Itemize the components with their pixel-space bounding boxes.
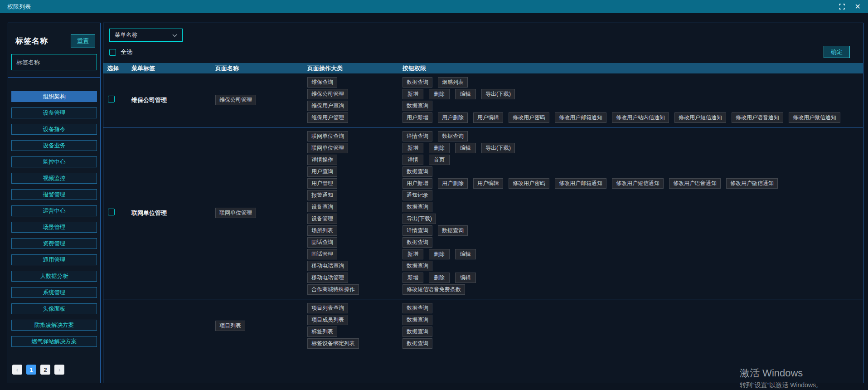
page-operation-button[interactable]: 标签设备绑定列表 [307, 338, 359, 349]
permission-button[interactable]: 修改用户微信通知 [726, 178, 778, 189]
sidebar-tag-item[interactable]: 组织架构 [11, 91, 97, 102]
page-name-button[interactable]: 项目列表 [215, 321, 245, 331]
permission-button[interactable]: 详情查询 [402, 225, 432, 236]
permission-button[interactable]: 用户删除 [438, 178, 468, 189]
permission-button[interactable]: 删除 [429, 89, 450, 99]
sidebar-tag-item[interactable]: 头像面板 [11, 303, 97, 314]
page-operation-button[interactable]: 移动电话管理 [307, 273, 348, 283]
permission-button[interactable]: 数据查询 [402, 261, 432, 271]
permission-button[interactable]: 删除 [429, 143, 450, 153]
permission-button[interactable]: 新增 [402, 249, 423, 259]
page-operation-button[interactable]: 合作商城特殊操作 [307, 284, 359, 295]
page-name-button[interactable]: 维保公司管理 [215, 95, 256, 105]
page-operation-button[interactable]: 维保用户管理 [307, 112, 348, 123]
permission-button[interactable]: 导出(下载) [481, 89, 515, 99]
permission-button[interactable]: 烟感列表 [438, 77, 468, 88]
permission-button[interactable]: 修改用户密码 [509, 112, 549, 123]
permission-button[interactable]: 修改用户邮箱通知 [555, 178, 606, 189]
sidebar-tag-item[interactable]: 场景管理 [11, 222, 97, 233]
permission-button[interactable]: 新增 [402, 143, 423, 153]
permission-button[interactable]: 编辑 [455, 273, 476, 283]
permission-button[interactable]: 导出(下载) [402, 214, 436, 224]
sidebar-tag-item[interactable]: 燃气驿站解决方案 [11, 336, 97, 347]
permission-button[interactable]: 修改用户语音通知 [732, 112, 783, 123]
permission-button[interactable]: 用户新增 [402, 112, 432, 123]
close-icon[interactable]: ✕ [855, 3, 861, 10]
prev-page-button[interactable]: ‹ [12, 365, 22, 375]
page-number-button[interactable]: 1 [26, 365, 36, 375]
sidebar-tag-item[interactable]: 视频监控 [11, 173, 97, 184]
permission-button[interactable]: 编辑 [455, 89, 476, 99]
page-operation-button[interactable]: 联网单位管理 [307, 143, 348, 153]
page-operation-button[interactable]: 用户管理 [307, 178, 337, 189]
page-operation-button[interactable]: 维保用户查询 [307, 101, 348, 111]
page-operation-button[interactable]: 固话查询 [307, 237, 337, 248]
sidebar-tag-item[interactable]: 监控中心 [11, 156, 97, 167]
permission-button[interactable]: 数据查询 [438, 225, 468, 236]
permission-button[interactable]: 数据查询 [402, 101, 432, 111]
page-operation-button[interactable]: 报警通知 [307, 190, 337, 200]
permission-button[interactable]: 修改用户短信通知 [612, 178, 664, 189]
permission-button[interactable]: 删除 [429, 249, 450, 259]
permission-button[interactable]: 导出(下载) [481, 143, 515, 153]
permission-button[interactable]: 编辑 [455, 249, 476, 259]
page-operation-button[interactable]: 项目成员列表 [307, 315, 348, 325]
permission-button[interactable]: 数据查询 [402, 237, 432, 248]
sidebar-tag-item[interactable]: 防欺凌解决方案 [11, 320, 97, 331]
permission-button[interactable]: 用户编辑 [473, 178, 503, 189]
permission-button[interactable]: 数据查询 [402, 166, 432, 177]
sidebar-tag-item[interactable]: 设备指令 [11, 124, 97, 135]
permission-button[interactable]: 详情查询 [402, 131, 432, 141]
permission-button[interactable]: 数据查询 [402, 327, 432, 337]
permission-button[interactable]: 修改用户站内信通知 [612, 112, 669, 123]
confirm-button[interactable]: 确定 [824, 46, 850, 58]
page-operation-button[interactable]: 用户查询 [307, 166, 337, 177]
page-operation-button[interactable]: 详情操作 [307, 155, 337, 165]
page-operation-button[interactable]: 标签列表 [307, 327, 337, 337]
menu-name-select[interactable]: 菜单名称 [109, 29, 183, 42]
sidebar-tag-item[interactable]: 设备管理 [11, 107, 97, 118]
sidebar-tag-item[interactable]: 报警管理 [11, 189, 97, 200]
page-operation-button[interactable]: 项目列表查询 [307, 303, 348, 313]
permission-button[interactable]: 数据查询 [402, 202, 432, 212]
tag-name-input[interactable] [11, 54, 97, 70]
sidebar-tag-item[interactable]: 资费管理 [11, 238, 97, 249]
page-operation-button[interactable]: 场所列表 [307, 225, 337, 236]
select-all-checkbox[interactable] [109, 49, 116, 56]
group-checkbox[interactable] [108, 96, 115, 102]
sidebar-tag-item[interactable]: 设备业务 [11, 140, 97, 151]
permission-button[interactable]: 新增 [402, 273, 423, 283]
page-operation-button[interactable]: 联网单位查询 [307, 131, 348, 141]
permission-button[interactable]: 通知记录 [402, 190, 432, 200]
permission-button[interactable]: 数据查询 [402, 338, 432, 349]
permission-button[interactable]: 修改用户邮箱通知 [555, 112, 606, 123]
page-operation-button[interactable]: 设备管理 [307, 214, 337, 224]
sidebar-tag-item[interactable]: 通用管理 [11, 254, 97, 265]
permission-button[interactable]: 数据查询 [402, 315, 432, 325]
permission-button[interactable]: 修改短信语音免费条数 [402, 284, 465, 295]
fullscreen-icon[interactable] [839, 4, 845, 10]
permission-button[interactable]: 修改用户语音通知 [669, 178, 721, 189]
permission-button[interactable]: 数据查询 [402, 303, 432, 313]
permission-button[interactable]: 用户编辑 [473, 112, 503, 123]
next-page-button[interactable]: › [54, 365, 64, 375]
permission-button[interactable]: 数据查询 [402, 77, 432, 88]
group-checkbox[interactable] [108, 209, 115, 215]
page-operation-button[interactable]: 固话管理 [307, 249, 337, 259]
permission-button[interactable]: 用户新增 [402, 178, 432, 189]
page-operation-button[interactable]: 维保公司管理 [307, 89, 348, 99]
permission-button[interactable]: 新增 [402, 89, 423, 99]
sidebar-tag-item[interactable]: 运营中心 [11, 205, 97, 216]
permission-button[interactable]: 修改用户密码 [509, 178, 549, 189]
page-operation-button[interactable]: 维保查询 [307, 77, 337, 88]
reset-button[interactable]: 重置 [71, 34, 95, 48]
sidebar-tag-item[interactable]: 大数据分析 [11, 271, 97, 282]
page-number-button[interactable]: 2 [40, 365, 50, 375]
permission-button[interactable]: 删除 [429, 273, 450, 283]
sidebar-tag-item[interactable]: 系统管理 [11, 287, 97, 298]
page-operation-button[interactable]: 设备查询 [307, 202, 337, 212]
permission-button[interactable]: 首页 [429, 155, 450, 165]
permission-button[interactable]: 用户删除 [438, 112, 468, 123]
page-name-button[interactable]: 联网单位管理 [215, 208, 256, 218]
page-operation-button[interactable]: 移动电话查询 [307, 261, 348, 271]
